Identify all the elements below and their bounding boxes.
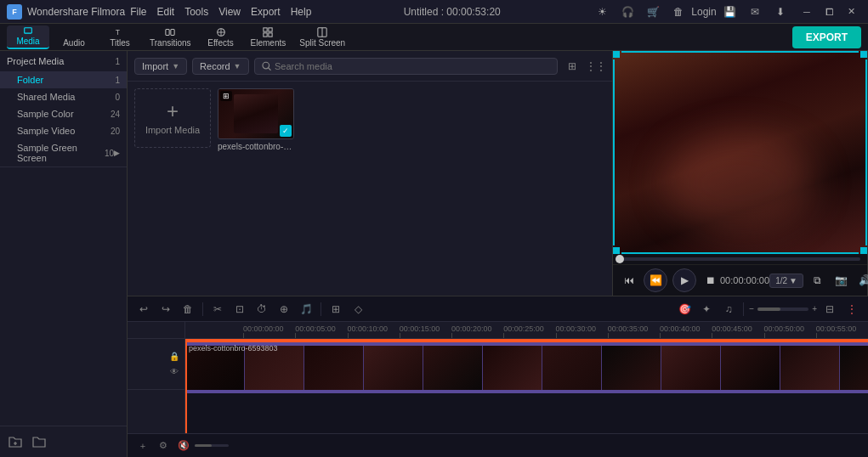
media-item-0[interactable]: ⊞ ✓ pexels-cottonbro-65938...	[218, 88, 294, 151]
track-settings-button[interactable]: ⚙	[155, 437, 172, 454]
ruler-tick-7: 00:00:35:00	[608, 324, 649, 338]
tab-elements[interactable]: Elements	[246, 25, 292, 49]
main-content: Project Media 1 Folder 1 Shared Media 0 …	[0, 51, 868, 457]
menu-edit[interactable]: Edit	[157, 6, 175, 18]
sample-color-count: 24	[111, 110, 120, 119]
record-dropdown[interactable]: Record ▼	[192, 58, 248, 75]
filter-icon[interactable]: ⊞	[563, 57, 582, 76]
login-button[interactable]: Login	[695, 3, 713, 21]
progress-bar[interactable]	[620, 257, 860, 261]
menu-file[interactable]: File	[130, 6, 146, 18]
screen-fit-button[interactable]: ⧉	[808, 271, 827, 290]
preview-screen	[613, 51, 867, 254]
timeline-tracks: pexels-cottonbro-6593803	[185, 339, 868, 433]
frame-8	[661, 346, 721, 390]
menu-help[interactable]: Help	[291, 6, 312, 18]
tab-effects[interactable]: Effects	[200, 25, 242, 49]
import-dropdown[interactable]: Import ▼	[134, 58, 187, 75]
volume-track[interactable]	[195, 444, 229, 447]
folder-icon[interactable]	[29, 432, 49, 452]
sidebar-item-folder[interactable]: Folder 1	[0, 71, 127, 88]
crop-tool[interactable]: ⊡	[230, 300, 249, 319]
preview-border-right	[865, 59, 867, 245]
time-display: 00:00:00:00	[720, 275, 769, 285]
project-media-count: 1	[115, 57, 120, 66]
separator-1	[202, 302, 203, 316]
sample-video-count: 20	[111, 127, 120, 136]
step-back-button[interactable]: ⏪	[644, 268, 667, 292]
skip-back-button[interactable]: ⏮	[620, 271, 638, 290]
zoom-out-icon[interactable]: −	[749, 304, 754, 313]
time-ratio-selector[interactable]: 1/2 ▼	[769, 274, 803, 288]
email-icon[interactable]: ✉	[746, 3, 764, 21]
sidebar-item-sample-green-screen[interactable]: Sample Green Screen 10 ▶	[0, 139, 127, 166]
maximize-button[interactable]: ⧠	[819, 3, 839, 20]
title-bar-left: F Wondershare Filmora File Edit Tools Vi…	[7, 4, 311, 20]
sidebar-item-sample-color[interactable]: Sample Color 24	[0, 105, 127, 122]
cart-icon[interactable]: 🛒	[644, 3, 662, 21]
cut-tool[interactable]: ✂	[208, 300, 227, 319]
undo-tool[interactable]: ↩	[134, 300, 153, 319]
import-caret-icon: ▼	[172, 62, 179, 71]
menu-view[interactable]: View	[218, 6, 241, 18]
screenshot-button[interactable]: 📷	[832, 271, 851, 290]
more-options-tool[interactable]: ⋮	[842, 300, 861, 319]
menu-export[interactable]: Export	[251, 6, 281, 18]
timeline-body: 🔒 👁 00:00:00:0000:00:05:0000:00:10:000	[128, 322, 868, 433]
ai-edit-tool[interactable]: ✦	[697, 300, 716, 319]
sidebar-item-sample-video[interactable]: Sample Video 20	[0, 122, 127, 139]
tab-transitions[interactable]: Transitions	[145, 25, 196, 49]
tab-split-screen[interactable]: Split Screen	[294, 25, 350, 49]
trash-icon[interactable]: 🗑	[669, 3, 688, 21]
tab-audio[interactable]: Audio	[53, 25, 95, 49]
zoom-track[interactable]	[757, 307, 808, 311]
motion-track-tool[interactable]: 🎯	[675, 300, 694, 319]
ruler-ticks: 00:00:00:0000:00:05:0000:00:10:0000:00:1…	[243, 322, 868, 338]
menu-tools[interactable]: Tools	[184, 6, 208, 18]
zoom-slider[interactable]: − +	[749, 304, 817, 313]
search-input[interactable]	[275, 61, 550, 71]
track-lock-icon[interactable]: 🔒	[167, 350, 181, 364]
import-media-button[interactable]: + Import Media	[134, 88, 211, 148]
speed-tool[interactable]: ⏱	[252, 300, 271, 319]
progress-handle[interactable]	[616, 255, 624, 263]
save-icon[interactable]: 💾	[720, 3, 739, 21]
project-media-header[interactable]: Project Media 1	[0, 51, 127, 71]
video-track[interactable]: pexels-cottonbro-6593803	[185, 342, 868, 393]
stabilize-tool[interactable]: ⊕	[275, 300, 293, 319]
record-caret-icon: ▼	[234, 62, 241, 71]
minimize-button[interactable]: ─	[797, 3, 817, 20]
audio-track-tool[interactable]: ♫	[719, 300, 738, 319]
audio-tool[interactable]: 🎵	[297, 300, 315, 319]
add-track-button[interactable]: +	[134, 437, 151, 454]
volume-button[interactable]: 🔊	[856, 271, 868, 290]
tab-media[interactable]: Media	[7, 25, 49, 49]
track-eye-icon[interactable]: 👁	[167, 365, 181, 379]
video-track-label: 🔒 👁	[128, 339, 184, 390]
light-icon[interactable]: ☀	[593, 3, 611, 21]
export-button[interactable]: EXPORT	[792, 26, 861, 48]
close-button[interactable]: ✕	[841, 3, 861, 20]
plus-icon: +	[167, 101, 179, 121]
timeline-toolbar: ↩ ↪ 🗑 ✂ ⊡ ⏱ ⊕ 🎵 ⊞ ◇ 🎯 ✦ ♫ −	[128, 296, 868, 322]
zoom-in-icon[interactable]: +	[812, 304, 817, 313]
play-button[interactable]: ▶	[672, 268, 696, 292]
fit-timeline-tool[interactable]: ⊟	[820, 300, 839, 319]
tab-titles[interactable]: T Titles	[99, 25, 141, 49]
grid-view-icon[interactable]: ⋮⋮	[587, 57, 605, 76]
redo-tool[interactable]: ↪	[156, 300, 175, 319]
media-area: Import ▼ Record ▼ ⊞ ⋮⋮	[128, 51, 613, 296]
split-tool[interactable]: ⊞	[326, 300, 345, 319]
keyframe-tool[interactable]: ◇	[349, 300, 367, 319]
headphone-icon[interactable]: 🎧	[618, 3, 637, 21]
stop-button[interactable]: ⏹	[701, 271, 720, 290]
sidebar-item-shared-media[interactable]: Shared Media 0	[0, 88, 127, 105]
separator-3	[743, 302, 744, 316]
media-thumbnail: ⊞ ✓	[218, 88, 294, 139]
mute-button[interactable]: 🔇	[175, 437, 192, 454]
svg-rect-6	[269, 27, 272, 31]
toolbar: Media Audio T Titles Transitions Effects…	[0, 24, 868, 51]
add-folder-button[interactable]	[5, 432, 26, 452]
delete-tool[interactable]: 🗑	[179, 300, 197, 319]
download-icon[interactable]: ⬇	[771, 3, 790, 21]
